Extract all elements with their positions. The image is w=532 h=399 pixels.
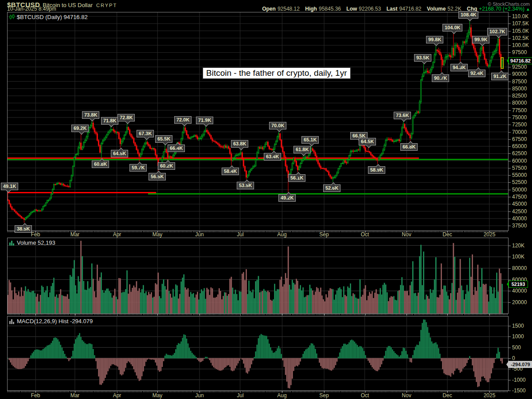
month-tick-mark bbox=[117, 231, 117, 233]
macd-tick-mark bbox=[509, 369, 511, 369]
month-tick-mark bbox=[240, 391, 241, 393]
macd-tick-label: 0 bbox=[512, 355, 515, 361]
volume-tick-label: 40000 bbox=[512, 288, 527, 294]
month-tick-mark bbox=[117, 314, 117, 316]
price-callout: 65.5K bbox=[155, 135, 172, 143]
price-tick-label: 97500 bbox=[512, 49, 527, 55]
price-callout: 61.8K bbox=[293, 146, 311, 153]
price-tick-mark bbox=[509, 146, 511, 147]
month-label: 2025 bbox=[480, 393, 499, 399]
month-tick-mark bbox=[365, 231, 365, 233]
price-callout: 92.4K bbox=[468, 70, 485, 77]
month-tick-mark bbox=[407, 314, 407, 316]
month-tick-mark bbox=[489, 391, 490, 393]
volume-tick-mark bbox=[509, 268, 511, 269]
price-callout: 67.3K bbox=[137, 130, 154, 137]
price-tick-label: 80000 bbox=[512, 100, 527, 106]
volume-panel-label: Volume 52,193 bbox=[9, 239, 55, 246]
month-label: Mar bbox=[65, 393, 85, 399]
last-price-tag: 94716.82 bbox=[509, 57, 532, 64]
price-tick-label: 105.0K bbox=[512, 28, 529, 34]
price-callout: 66.8K bbox=[400, 143, 418, 151]
support-resistance-lines bbox=[8, 158, 508, 194]
price-callout: 59.7K bbox=[129, 164, 147, 172]
price-tick-mark bbox=[509, 110, 511, 111]
macd-tick-mark bbox=[509, 380, 511, 380]
price-tick-mark bbox=[509, 175, 511, 176]
price-tick-mark bbox=[509, 182, 511, 183]
month-tick-mark bbox=[75, 231, 75, 233]
month-label: May bbox=[148, 393, 167, 399]
month-label: Dec bbox=[438, 393, 457, 399]
price-tick-label: 60000 bbox=[512, 158, 527, 164]
price-tick-label: 55000 bbox=[512, 172, 527, 178]
month-tick-mark bbox=[35, 314, 36, 316]
month-tick-mark bbox=[407, 231, 407, 233]
price-tick-mark bbox=[509, 38, 511, 39]
month-tick-mark bbox=[407, 391, 407, 393]
volume-tick-label: 120K bbox=[512, 243, 524, 249]
main-panel-label: $BTCUSD (Daily) 94716.82 bbox=[9, 14, 88, 20]
price-callout: 70.0K bbox=[269, 122, 286, 129]
month-tick-mark bbox=[75, 314, 75, 316]
price-tick-label: 92500 bbox=[512, 64, 527, 70]
volume-tick-mark bbox=[509, 257, 511, 257]
price-tick-label: 90000 bbox=[512, 71, 527, 77]
price-tick-mark bbox=[509, 31, 511, 31]
price-tick-mark bbox=[509, 125, 511, 125]
month-tick-mark bbox=[324, 231, 325, 233]
volume-tick-label: 80000 bbox=[512, 265, 527, 271]
price-tick-label: 45000 bbox=[512, 201, 527, 207]
price-tick-label: 75000 bbox=[512, 114, 527, 121]
price-callout: 73.6K bbox=[394, 112, 411, 119]
month-tick-mark bbox=[240, 314, 241, 316]
month-tick-mark bbox=[157, 231, 158, 233]
current-volume-tag: 52193 bbox=[509, 281, 528, 288]
price-tick-label: 85000 bbox=[512, 86, 527, 92]
chart-title-annotation: Bitcoin - the father of crypto, daily, 1… bbox=[202, 67, 351, 79]
price-callout: 65.1K bbox=[301, 136, 319, 144]
month-tick-mark bbox=[282, 231, 282, 233]
month-tick-mark bbox=[282, 314, 282, 316]
price-tick-mark bbox=[509, 161, 511, 161]
month-tick-mark bbox=[240, 231, 241, 233]
volume-tick-mark bbox=[509, 246, 511, 246]
price-tick-label: 107.5K bbox=[512, 20, 529, 27]
price-callout: 94.3K bbox=[450, 64, 468, 71]
month-tick-mark bbox=[35, 231, 36, 233]
price-tick-mark bbox=[509, 117, 511, 118]
price-callout: 58.9K bbox=[368, 166, 385, 174]
price-tick-mark bbox=[509, 139, 511, 140]
price-tick-mark bbox=[509, 153, 511, 154]
chart-canvas[interactable] bbox=[0, 0, 532, 399]
price-tick-mark bbox=[509, 74, 511, 74]
price-tick-label: 87500 bbox=[512, 78, 527, 85]
month-tick-mark bbox=[75, 391, 75, 393]
month-label: Apr bbox=[107, 393, 127, 399]
price-callout: 64.5K bbox=[111, 150, 128, 157]
macd-tick-label: 1000 bbox=[512, 333, 524, 340]
volume-tick-mark bbox=[509, 291, 511, 291]
price-tick-label: 70000 bbox=[512, 129, 527, 135]
month-tick-mark bbox=[365, 391, 365, 393]
price-tick-label: 65000 bbox=[512, 143, 527, 149]
price-tick-mark bbox=[509, 52, 511, 53]
macd-tick-mark bbox=[509, 358, 511, 359]
volume-tick-mark bbox=[509, 280, 511, 280]
price-callout: 64.5K bbox=[359, 138, 376, 145]
month-tick-mark bbox=[324, 391, 325, 393]
price-callout: 53.5K bbox=[237, 182, 254, 189]
price-callout: 72.8K bbox=[117, 114, 135, 121]
price-tick-mark bbox=[509, 197, 511, 197]
month-tick-mark bbox=[447, 231, 448, 233]
price-tick-label: 110.0K bbox=[512, 13, 528, 20]
macd-histogram-bars bbox=[8, 320, 503, 388]
macd-panel-label: MACD(12,26,9) Hist -294.079 bbox=[9, 318, 93, 325]
price-tick-mark bbox=[509, 226, 511, 226]
price-callout: 66.4K bbox=[168, 145, 185, 152]
volume-panel-title: Volume 52,193 bbox=[17, 239, 55, 246]
price-tick-mark bbox=[509, 190, 511, 190]
month-tick-mark bbox=[282, 391, 282, 393]
month-tick-mark bbox=[200, 391, 200, 393]
month-label: Oct bbox=[355, 393, 375, 399]
